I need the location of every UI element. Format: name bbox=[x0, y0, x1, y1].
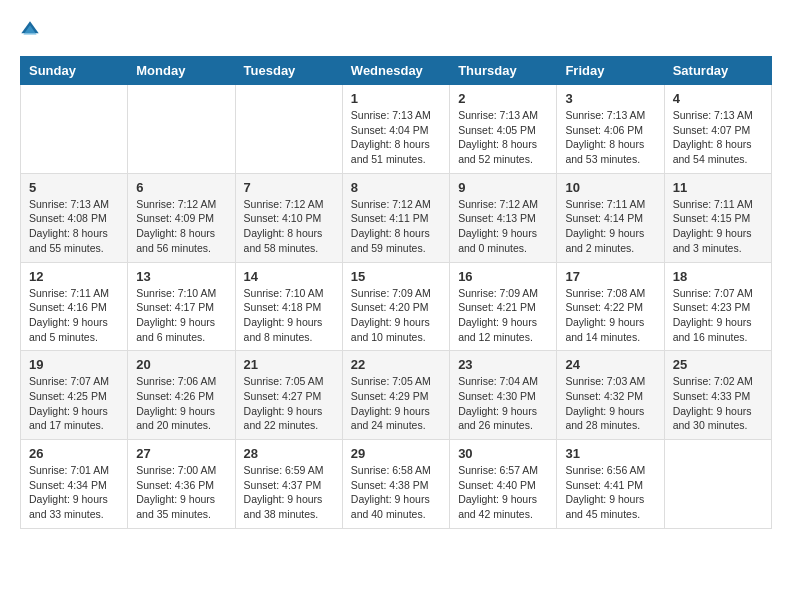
day-cell: 14Sunrise: 7:10 AM Sunset: 4:18 PM Dayli… bbox=[235, 262, 342, 351]
day-number: 8 bbox=[351, 180, 441, 195]
day-info: Sunrise: 7:02 AM Sunset: 4:33 PM Dayligh… bbox=[673, 374, 763, 433]
day-number: 23 bbox=[458, 357, 548, 372]
day-cell: 17Sunrise: 7:08 AM Sunset: 4:22 PM Dayli… bbox=[557, 262, 664, 351]
day-cell bbox=[21, 85, 128, 174]
day-number: 27 bbox=[136, 446, 226, 461]
week-row-4: 19Sunrise: 7:07 AM Sunset: 4:25 PM Dayli… bbox=[21, 351, 772, 440]
day-info: Sunrise: 7:09 AM Sunset: 4:20 PM Dayligh… bbox=[351, 286, 441, 345]
day-cell: 26Sunrise: 7:01 AM Sunset: 4:34 PM Dayli… bbox=[21, 440, 128, 529]
day-info: Sunrise: 7:10 AM Sunset: 4:17 PM Dayligh… bbox=[136, 286, 226, 345]
day-info: Sunrise: 7:03 AM Sunset: 4:32 PM Dayligh… bbox=[565, 374, 655, 433]
day-number: 9 bbox=[458, 180, 548, 195]
day-info: Sunrise: 7:12 AM Sunset: 4:11 PM Dayligh… bbox=[351, 197, 441, 256]
logo bbox=[20, 20, 44, 40]
day-cell: 7Sunrise: 7:12 AM Sunset: 4:10 PM Daylig… bbox=[235, 173, 342, 262]
day-cell: 2Sunrise: 7:13 AM Sunset: 4:05 PM Daylig… bbox=[450, 85, 557, 174]
day-cell: 22Sunrise: 7:05 AM Sunset: 4:29 PM Dayli… bbox=[342, 351, 449, 440]
day-number: 3 bbox=[565, 91, 655, 106]
day-info: Sunrise: 7:07 AM Sunset: 4:25 PM Dayligh… bbox=[29, 374, 119, 433]
day-info: Sunrise: 6:57 AM Sunset: 4:40 PM Dayligh… bbox=[458, 463, 548, 522]
day-number: 4 bbox=[673, 91, 763, 106]
day-cell: 11Sunrise: 7:11 AM Sunset: 4:15 PM Dayli… bbox=[664, 173, 771, 262]
day-cell: 23Sunrise: 7:04 AM Sunset: 4:30 PM Dayli… bbox=[450, 351, 557, 440]
day-info: Sunrise: 7:11 AM Sunset: 4:15 PM Dayligh… bbox=[673, 197, 763, 256]
day-cell: 16Sunrise: 7:09 AM Sunset: 4:21 PM Dayli… bbox=[450, 262, 557, 351]
day-cell: 25Sunrise: 7:02 AM Sunset: 4:33 PM Dayli… bbox=[664, 351, 771, 440]
day-number: 16 bbox=[458, 269, 548, 284]
weekday-header-wednesday: Wednesday bbox=[342, 57, 449, 85]
day-info: Sunrise: 7:04 AM Sunset: 4:30 PM Dayligh… bbox=[458, 374, 548, 433]
day-info: Sunrise: 7:13 AM Sunset: 4:05 PM Dayligh… bbox=[458, 108, 548, 167]
day-cell: 12Sunrise: 7:11 AM Sunset: 4:16 PM Dayli… bbox=[21, 262, 128, 351]
day-info: Sunrise: 7:12 AM Sunset: 4:13 PM Dayligh… bbox=[458, 197, 548, 256]
weekday-header-friday: Friday bbox=[557, 57, 664, 85]
day-cell: 30Sunrise: 6:57 AM Sunset: 4:40 PM Dayli… bbox=[450, 440, 557, 529]
week-row-2: 5Sunrise: 7:13 AM Sunset: 4:08 PM Daylig… bbox=[21, 173, 772, 262]
day-cell: 24Sunrise: 7:03 AM Sunset: 4:32 PM Dayli… bbox=[557, 351, 664, 440]
day-cell: 13Sunrise: 7:10 AM Sunset: 4:17 PM Dayli… bbox=[128, 262, 235, 351]
day-info: Sunrise: 7:11 AM Sunset: 4:16 PM Dayligh… bbox=[29, 286, 119, 345]
day-info: Sunrise: 7:08 AM Sunset: 4:22 PM Dayligh… bbox=[565, 286, 655, 345]
day-info: Sunrise: 7:00 AM Sunset: 4:36 PM Dayligh… bbox=[136, 463, 226, 522]
day-info: Sunrise: 7:11 AM Sunset: 4:14 PM Dayligh… bbox=[565, 197, 655, 256]
day-info: Sunrise: 7:05 AM Sunset: 4:27 PM Dayligh… bbox=[244, 374, 334, 433]
calendar-table: SundayMondayTuesdayWednesdayThursdayFrid… bbox=[20, 56, 772, 529]
day-info: Sunrise: 7:13 AM Sunset: 4:07 PM Dayligh… bbox=[673, 108, 763, 167]
day-cell: 15Sunrise: 7:09 AM Sunset: 4:20 PM Dayli… bbox=[342, 262, 449, 351]
day-cell: 19Sunrise: 7:07 AM Sunset: 4:25 PM Dayli… bbox=[21, 351, 128, 440]
day-number: 20 bbox=[136, 357, 226, 372]
day-number: 7 bbox=[244, 180, 334, 195]
day-cell: 5Sunrise: 7:13 AM Sunset: 4:08 PM Daylig… bbox=[21, 173, 128, 262]
day-info: Sunrise: 7:05 AM Sunset: 4:29 PM Dayligh… bbox=[351, 374, 441, 433]
day-number: 28 bbox=[244, 446, 334, 461]
day-info: Sunrise: 7:01 AM Sunset: 4:34 PM Dayligh… bbox=[29, 463, 119, 522]
day-number: 31 bbox=[565, 446, 655, 461]
day-number: 17 bbox=[565, 269, 655, 284]
week-row-5: 26Sunrise: 7:01 AM Sunset: 4:34 PM Dayli… bbox=[21, 440, 772, 529]
day-number: 22 bbox=[351, 357, 441, 372]
weekday-header-sunday: Sunday bbox=[21, 57, 128, 85]
day-number: 15 bbox=[351, 269, 441, 284]
day-number: 18 bbox=[673, 269, 763, 284]
day-info: Sunrise: 7:10 AM Sunset: 4:18 PM Dayligh… bbox=[244, 286, 334, 345]
day-cell: 18Sunrise: 7:07 AM Sunset: 4:23 PM Dayli… bbox=[664, 262, 771, 351]
day-cell: 28Sunrise: 6:59 AM Sunset: 4:37 PM Dayli… bbox=[235, 440, 342, 529]
day-cell bbox=[235, 85, 342, 174]
day-info: Sunrise: 7:13 AM Sunset: 4:04 PM Dayligh… bbox=[351, 108, 441, 167]
day-info: Sunrise: 7:13 AM Sunset: 4:06 PM Dayligh… bbox=[565, 108, 655, 167]
day-cell: 1Sunrise: 7:13 AM Sunset: 4:04 PM Daylig… bbox=[342, 85, 449, 174]
day-number: 11 bbox=[673, 180, 763, 195]
day-number: 30 bbox=[458, 446, 548, 461]
day-number: 21 bbox=[244, 357, 334, 372]
day-info: Sunrise: 7:12 AM Sunset: 4:09 PM Dayligh… bbox=[136, 197, 226, 256]
day-number: 14 bbox=[244, 269, 334, 284]
day-number: 19 bbox=[29, 357, 119, 372]
day-cell: 20Sunrise: 7:06 AM Sunset: 4:26 PM Dayli… bbox=[128, 351, 235, 440]
day-cell: 29Sunrise: 6:58 AM Sunset: 4:38 PM Dayli… bbox=[342, 440, 449, 529]
weekday-header-row: SundayMondayTuesdayWednesdayThursdayFrid… bbox=[21, 57, 772, 85]
day-number: 29 bbox=[351, 446, 441, 461]
day-number: 2 bbox=[458, 91, 548, 106]
day-number: 12 bbox=[29, 269, 119, 284]
day-cell: 10Sunrise: 7:11 AM Sunset: 4:14 PM Dayli… bbox=[557, 173, 664, 262]
week-row-1: 1Sunrise: 7:13 AM Sunset: 4:04 PM Daylig… bbox=[21, 85, 772, 174]
week-row-3: 12Sunrise: 7:11 AM Sunset: 4:16 PM Dayli… bbox=[21, 262, 772, 351]
day-cell: 4Sunrise: 7:13 AM Sunset: 4:07 PM Daylig… bbox=[664, 85, 771, 174]
day-cell: 21Sunrise: 7:05 AM Sunset: 4:27 PM Dayli… bbox=[235, 351, 342, 440]
weekday-header-monday: Monday bbox=[128, 57, 235, 85]
day-cell bbox=[128, 85, 235, 174]
day-number: 1 bbox=[351, 91, 441, 106]
day-info: Sunrise: 6:59 AM Sunset: 4:37 PM Dayligh… bbox=[244, 463, 334, 522]
day-cell: 8Sunrise: 7:12 AM Sunset: 4:11 PM Daylig… bbox=[342, 173, 449, 262]
day-cell bbox=[664, 440, 771, 529]
logo-icon bbox=[20, 20, 40, 40]
day-number: 13 bbox=[136, 269, 226, 284]
page-header bbox=[20, 20, 772, 40]
day-info: Sunrise: 7:06 AM Sunset: 4:26 PM Dayligh… bbox=[136, 374, 226, 433]
day-number: 10 bbox=[565, 180, 655, 195]
weekday-header-thursday: Thursday bbox=[450, 57, 557, 85]
day-info: Sunrise: 7:13 AM Sunset: 4:08 PM Dayligh… bbox=[29, 197, 119, 256]
day-info: Sunrise: 6:58 AM Sunset: 4:38 PM Dayligh… bbox=[351, 463, 441, 522]
weekday-header-saturday: Saturday bbox=[664, 57, 771, 85]
weekday-header-tuesday: Tuesday bbox=[235, 57, 342, 85]
